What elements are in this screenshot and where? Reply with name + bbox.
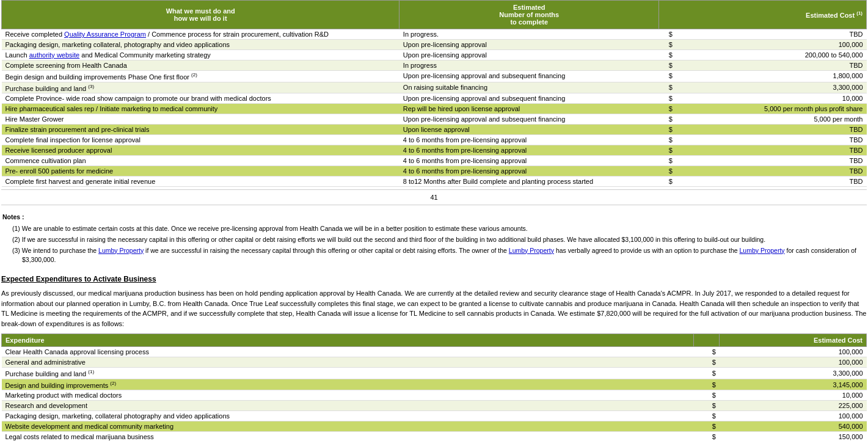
list-item: Purchase building and land (1) <box>2 368 694 379</box>
table-row: Commence cultivation plan <box>2 156 399 166</box>
table-row: Packaging design, marketing collateral, … <box>2 40 399 50</box>
table-row: Launch authority website and Medical Com… <box>2 50 399 60</box>
table-row: Receive completed Quality Assurance Prog… <box>2 29 399 40</box>
milestones-header-col2: EstimatedNumber of monthsto complete <box>399 1 659 29</box>
list-item: Design and building improvements (2) <box>2 379 694 390</box>
table-row: Pre- enroll 500 patients for medicine <box>2 166 399 177</box>
expected-expenditures-header: Expected Expenditures to Activate Busine… <box>1 274 867 285</box>
table-row: Complete Province- wide road show campai… <box>2 93 399 104</box>
expenditures-header-col1: Expenditure <box>2 334 694 347</box>
table-row: Hire Master Grower <box>2 114 399 125</box>
page-number: 41 <box>1 189 867 205</box>
expenditures-table: Expenditure Estimated Cost Clear Health … <box>1 333 867 441</box>
table-row: Complete first harvest and generate init… <box>2 177 399 187</box>
table-row: Begin design and building improvements P… <box>2 71 399 82</box>
body-text: As previously discussed, our medical mar… <box>1 288 867 329</box>
table-row: Finalize strain procurement and pre-clin… <box>2 125 399 135</box>
note-item: (3) We intend to purchase the Lumby Prop… <box>12 246 866 266</box>
list-item: Packaging design, marketing, collateral … <box>2 411 694 421</box>
list-item: Clear Health Canada approval licensing p… <box>2 347 694 357</box>
list-item: Research and development <box>2 401 694 411</box>
table-row: Receive licensed producer approval <box>2 145 399 156</box>
expenditures-header-col2: Estimated Cost <box>720 334 867 347</box>
milestones-header-col3: Estimated Cost (1) <box>659 1 867 29</box>
milestones-table: What we must do andhow we will do it Est… <box>1 0 867 187</box>
notes-title: Notes : <box>2 213 866 222</box>
table-row: Complete final inspection for license ap… <box>2 135 399 145</box>
table-row: Purchase building and land (3) <box>2 82 399 93</box>
table-row: Complete screening from Health Canada <box>2 60 399 71</box>
expenditures-header-dollar <box>693 334 719 347</box>
notes-section: Notes : (1) We are unable to estimate ce… <box>1 210 867 269</box>
note-item: (1) We are unable to estimate certain co… <box>12 224 866 234</box>
table-row: Hire pharmaceutical sales rep / Initiate… <box>2 104 399 114</box>
note-item: (2) If we are successful in raising the … <box>12 235 866 245</box>
milestones-header-col1: What we must do andhow we will do it <box>2 1 399 29</box>
list-item: Legal costs related to medical marijuana… <box>2 432 694 441</box>
list-item: General and administrative <box>2 357 694 368</box>
list-item: Marketing product with medical doctors <box>2 390 694 401</box>
list-item: Website development and medical communit… <box>2 421 694 432</box>
